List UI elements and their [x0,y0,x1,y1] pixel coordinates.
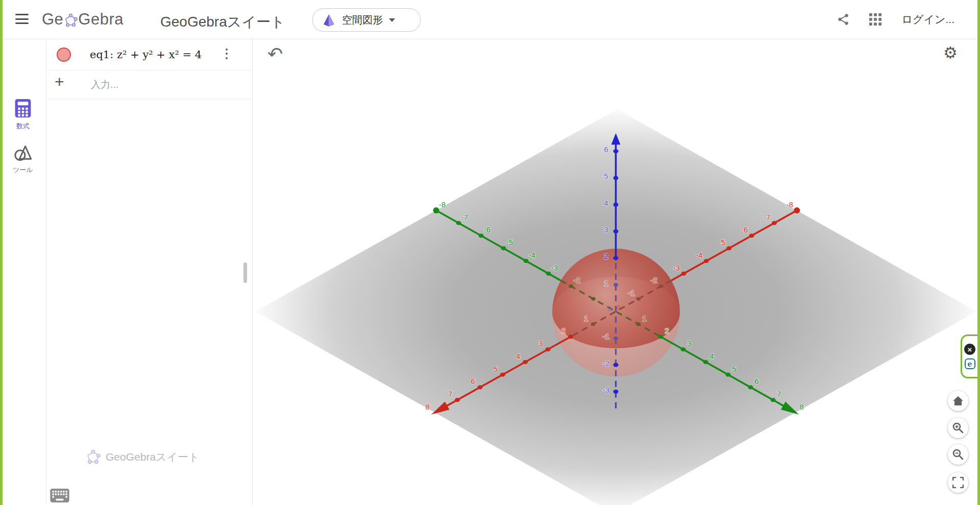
tools-icon [14,145,32,161]
graphics-view-3d[interactable]: -8-7-6-5-4-3-2-112345678-8-7-6-5-4-3-212… [252,39,978,505]
equation-menu-icon[interactable] [222,46,232,63]
geogebra-pentagon-icon [86,449,101,464]
home-view-button[interactable] [948,391,968,411]
logo-text-prefix: Ge [42,10,63,29]
logo-text-suffix: Gebra [78,10,124,29]
panel-scrollbar-thumb[interactable] [243,262,247,283]
scene-3d[interactable]: -8-7-6-5-4-3-2-112345678-8-7-6-5-4-3-212… [252,39,978,505]
y-axis-tick-label: 1 [642,314,646,323]
geogebra-logo: Ge Gebra [42,9,124,30]
origin-label: 0 [617,304,620,311]
x-axis-tick-label: -5 [719,238,725,247]
equation-row[interactable]: eq1: z² + y² + x² = 4 [46,39,252,70]
x-axis-tick-label: 4 [516,352,520,360]
x-axis-tick-label: -3 [673,263,680,272]
watermark: GeoGebraスイート [86,449,200,464]
z-axis-tick-label: 6 [604,145,608,154]
zoom-in-icon [952,422,964,434]
pyramid-3d-icon [322,13,336,27]
y-axis-tick-label: -8 [439,200,446,209]
z-axis-tick-label: 5 [604,172,608,180]
virtual-keyboard-toggle[interactable] [49,488,70,503]
x-axis-tick-label: -6 [741,225,748,234]
eset-close-button[interactable]: × [964,344,975,355]
x-axis-tick-label: -8 [787,200,793,209]
geogebra-app-window: Ge Gebra GeoGebraスイート 空間図形 [0,0,980,505]
fullscreen-icon [952,477,964,488]
y-axis-tick-label: 2 [665,326,669,335]
screen-edge-left [0,0,3,505]
x-axis-tick-label: 1 [584,314,588,323]
z-axis-tick-label: 1 [604,279,608,287]
eset-extension-widget: × e [961,334,977,378]
share-button[interactable] [835,11,852,28]
zoom-in-button[interactable] [948,418,968,438]
y-axis-tick-label: -4 [529,251,535,259]
apps-grid-icon [869,13,881,26]
y-axis-tick-label: 4 [709,352,714,360]
x-axis-tick-label: -7 [764,213,770,222]
z-axis-tick-label: 2 [604,252,608,260]
settings-gear-button[interactable]: ⚙ [940,43,961,63]
algebra-panel: eq1: z² + y² + x² = 4 + GeoGebraスイート [46,39,253,505]
x-axis-tick-label: 2 [561,326,566,335]
watermark-text: GeoGebraスイート [106,450,200,464]
sidebar-item-algebra-label: 数式 [0,122,46,131]
algebra-input-row[interactable]: + [46,70,252,99]
y-axis-tick-label: -5 [506,238,513,247]
view-rail: 数式 ツール [0,39,46,505]
z-axis-tick-label: 3 [604,225,608,234]
y-axis-tick-label: 3 [687,339,691,348]
share-icon [837,13,850,26]
x-axis-tick-label: 8 [426,402,430,411]
y-axis-tick-label: 5 [732,365,736,373]
undo-button[interactable]: ↶ [264,43,286,65]
eset-extension-icon[interactable]: e [965,358,975,369]
fullscreen-button[interactable] [948,472,968,493]
zoom-out-icon [952,449,964,460]
main-menu-icon[interactable] [15,14,30,25]
geogebra-pentagon-icon [64,13,78,27]
x-axis-tick-label: 7 [448,390,452,398]
sidebar-item-algebra[interactable]: 数式 [0,99,46,131]
header-actions: ログイン... [835,0,958,39]
x-axis-tick-label: 5 [494,365,498,373]
app-header: Ge Gebra GeoGebraスイート 空間図形 [0,0,980,39]
screen-edge-right [977,0,980,505]
mode-label: 空間図形 [342,13,383,27]
origin-label: 0 [607,305,611,312]
y-axis-tick-label: 6 [754,377,758,386]
sidebar-item-tools-label: ツール [0,165,46,175]
equation-text[interactable]: eq1: z² + y² + x² = 4 [90,39,202,70]
x-axis-tick-label: -1 [628,288,634,297]
login-button[interactable]: ログイン... [899,12,958,27]
y-axis-tick-label: -3 [551,263,558,272]
chevron-down-icon [389,18,395,22]
y-axis-tick-label: 7 [777,390,781,398]
y-axis-tick-label: 8 [799,402,803,411]
z-axis-tick-label: -2 [603,359,609,368]
z-axis-tick-label: -1 [603,332,609,341]
apps-grid-button[interactable] [867,11,884,28]
x-axis-tick-label: 3 [538,339,543,348]
y-axis-tick-label: -2 [574,276,580,284]
zoom-out-button[interactable] [948,444,968,465]
x-axis-tick-label: 6 [471,377,475,386]
y-axis-tick-label: -7 [461,213,468,222]
y-axis-tick-label: -6 [484,225,491,234]
sidebar-item-tools[interactable]: ツール [0,145,46,175]
object-visibility-dot[interactable] [57,47,71,62]
z-axis-tick-label: 4 [604,199,608,207]
x-axis-tick-label: -2 [651,276,657,284]
add-input-icon[interactable]: + [55,73,64,91]
equation-formula: z² + y² + x² = 4 [117,49,202,61]
equation-label: eq1: [90,49,117,61]
keyboard-icon [50,489,69,502]
calculator-icon [15,99,31,117]
algebra-input[interactable] [90,75,235,94]
app-title: GeoGebraスイート [160,12,285,32]
z-axis-tick-label: -3 [603,386,609,394]
app-mode-selector[interactable]: 空間図形 [312,8,421,32]
x-axis-tick-label: -4 [696,251,702,259]
home-icon [952,396,964,406]
